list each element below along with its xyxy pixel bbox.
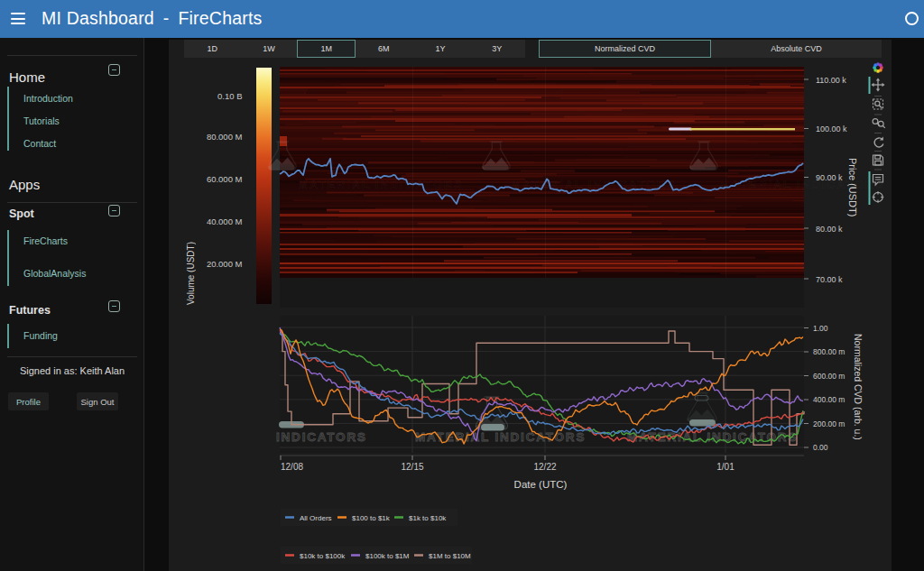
svg-text:0.10 B: 0.10 B — [217, 91, 242, 101]
svg-text:MATERIAL INDICATORS: MATERIAL INDICATORS — [415, 430, 586, 444]
svg-text:1/01: 1/01 — [716, 462, 735, 472]
svg-text:600.00 m: 600.00 m — [813, 372, 845, 381]
svg-text:MATERIAL INDICATORS: MATERIAL INDICATORS — [719, 178, 884, 191]
svg-text:400.00 m: 400.00 m — [813, 395, 845, 404]
svg-text:110.00 k: 110.00 k — [816, 76, 846, 85]
svg-text:12/08: 12/08 — [281, 462, 303, 472]
svg-text:80.00 k: 80.00 k — [816, 225, 843, 234]
svg-text:100.00 k: 100.00 k — [816, 124, 847, 134]
svg-text:MATERIAL INDICATORS: MATERIAL INDICATORS — [298, 178, 463, 191]
svg-text:60.000 M: 60.000 M — [207, 174, 243, 184]
svg-text:12/15: 12/15 — [401, 462, 423, 472]
svg-text:$1k to $10k: $1k to $10k — [409, 514, 447, 522]
svg-text:200.00 m: 200.00 m — [813, 419, 845, 428]
svg-text:$100 to $1k: $100 to $1k — [352, 514, 391, 522]
svg-text:40.000 M: 40.000 M — [207, 216, 243, 226]
svg-text:1.00: 1.00 — [813, 324, 828, 333]
svg-text:INDICATORS: INDICATORS — [276, 430, 367, 444]
svg-text:70.00 k: 70.00 k — [816, 275, 843, 284]
svg-text:800.00 m: 800.00 m — [813, 347, 845, 356]
svg-text:$10k to $100k: $10k to $100k — [300, 552, 346, 560]
svg-text:90.00 k: 90.00 k — [816, 173, 843, 182]
svg-text:All Orders: All Orders — [300, 514, 332, 522]
svg-text:Date (UTC): Date (UTC) — [514, 479, 568, 490]
svg-text:$1M to $10M: $1M to $10M — [429, 552, 471, 560]
svg-text:12/22: 12/22 — [533, 462, 556, 472]
svg-text:$100k to $1M: $100k to $1M — [365, 552, 410, 560]
svg-text:0.00: 0.00 — [813, 443, 828, 452]
svg-text:20.000 M: 20.000 M — [207, 259, 243, 269]
svg-text:80.000 M: 80.000 M — [207, 132, 243, 142]
